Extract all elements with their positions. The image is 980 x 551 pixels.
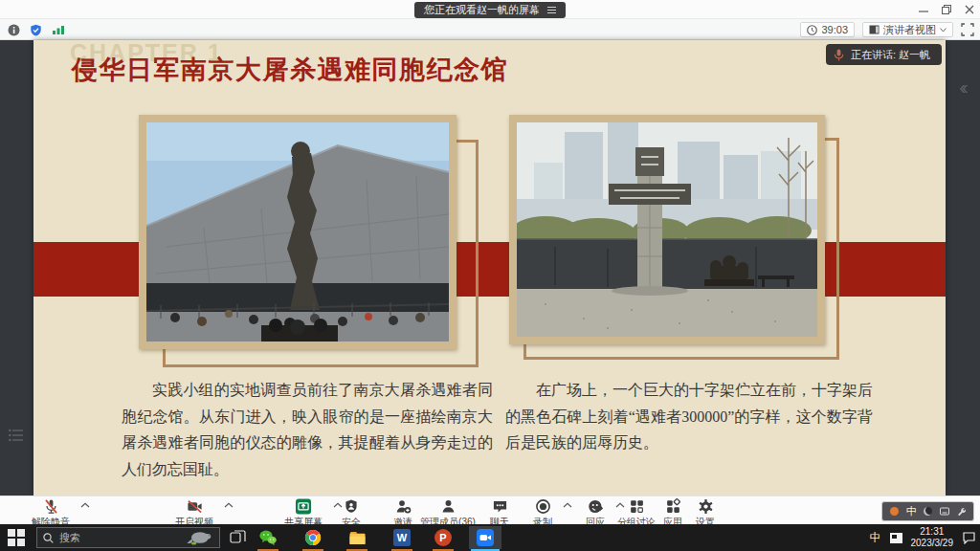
presentation-slide: CHAPTER 1 侵华日军南京大屠杀遇难同胞纪念馆	[33, 40, 946, 496]
taskbar-app-word[interactable]: W	[386, 526, 418, 549]
chevron-down-icon	[940, 28, 947, 33]
settings-gear-icon	[698, 498, 714, 515]
slide-paragraph-left: 实践小组的实地调查员前往了南京大屠杀遇难者同胞纪念馆。从东门进入，映入眼帘的是一…	[122, 377, 493, 482]
camera-off-icon	[187, 498, 203, 515]
meeting-timer[interactable]: 39:03	[800, 22, 855, 37]
meeting-window: 您正在观看赵一帆的屏幕 39:03 演讲者视图	[0, 0, 980, 551]
ime-language-indicator[interactable]: 中	[906, 504, 917, 518]
network-signal-icon[interactable]	[52, 24, 65, 35]
slide-list-icon[interactable]	[9, 429, 24, 442]
meeting-statusbar: 39:03 演讲者视图	[0, 19, 980, 40]
tray-date: 2023/3/29	[911, 538, 954, 550]
memorial-hall-photo	[139, 115, 457, 349]
taskbar-search-box[interactable]: 搜索	[36, 527, 220, 548]
tray-flag-icon[interactable]	[890, 533, 902, 543]
speaking-text: 正在讲话: 赵一帆	[851, 48, 930, 62]
taskbar-app-powerpoint[interactable]: P	[427, 526, 459, 549]
meeting-toolbar: 解除静音 开启视频 共享屏幕 安全 邀请 管理成员(36) 聊天	[0, 496, 980, 524]
members-icon	[440, 498, 457, 515]
record-icon	[535, 498, 551, 515]
breakout-icon	[629, 498, 645, 515]
maximize-icon[interactable]	[942, 5, 951, 14]
record-options-caret[interactable]	[563, 502, 572, 508]
video-panel-collapse[interactable]: ‹‹	[947, 77, 976, 103]
minimize-icon[interactable]	[919, 5, 928, 14]
notification-center-icon[interactable]	[962, 531, 976, 544]
powerpoint-icon: P	[434, 529, 452, 546]
slide-paragraph-right: 在广场上，一个巨大的十字架伫立在前，十字架后的黑色石碑上刻着“遇难者300000…	[505, 377, 873, 456]
ime-keyboard-icon[interactable]	[940, 507, 949, 516]
chat-icon	[492, 498, 508, 515]
search-placeholder: 搜索	[59, 531, 179, 545]
taskbar-app-explorer[interactable]	[341, 526, 373, 549]
speaking-indicator: 正在讲话: 赵一帆	[826, 44, 942, 65]
task-view-icon[interactable]	[230, 529, 246, 545]
banner-menu-icon[interactable]	[547, 7, 556, 13]
tray-clock[interactable]: 21:31 2023/3/29	[911, 526, 954, 550]
ime-toolbar[interactable]: 中	[881, 501, 974, 521]
taskbar-app-chrome[interactable]	[297, 526, 329, 549]
wechat-icon	[258, 529, 278, 546]
security-shield-icon[interactable]	[30, 24, 42, 36]
taskbar-app-meeting[interactable]	[469, 526, 501, 549]
clock-icon	[807, 25, 817, 35]
ime-logo-icon[interactable]	[890, 507, 899, 516]
ime-wrench-icon[interactable]	[957, 507, 966, 516]
shared-screen-area: CHAPTER 1 侵华日军南京大屠杀遇难同胞纪念馆	[0, 40, 980, 496]
share-screen-icon	[295, 498, 312, 515]
invite-icon	[395, 498, 412, 515]
slide-title: 侵华日军南京大屠杀遇难同胞纪念馆	[72, 53, 508, 87]
start-button[interactable]	[8, 529, 25, 546]
info-icon[interactable]	[8, 24, 20, 36]
microphone-icon	[834, 49, 844, 61]
view-mode-selector[interactable]: 演讲者视图	[862, 22, 953, 37]
taskbar-app-wechat[interactable]	[252, 526, 284, 549]
file-explorer-icon	[348, 530, 367, 546]
timer-text: 39:03	[821, 24, 848, 35]
close-icon[interactable]	[965, 5, 974, 14]
layout-grid-icon	[869, 25, 880, 34]
tray-time: 21:31	[911, 526, 954, 539]
apps-icon	[665, 498, 681, 515]
watching-banner[interactable]: 您正在观看赵一帆的屏幕	[414, 2, 566, 18]
unmute-options-caret[interactable]	[80, 502, 90, 508]
search-highlight-manatee-icon	[185, 529, 213, 546]
view-mode-text: 演讲者视图	[883, 23, 936, 37]
search-icon	[43, 533, 54, 543]
chrome-icon	[304, 529, 322, 546]
svg-text:P: P	[439, 532, 446, 543]
windows-taskbar: 搜索 W P 中	[0, 524, 980, 551]
ime-darkmode-icon[interactable]	[924, 507, 932, 516]
tray-input-language[interactable]: 中	[870, 530, 881, 546]
video-options-caret[interactable]	[224, 502, 234, 508]
word-icon: W	[393, 529, 411, 546]
mic-muted-icon	[43, 498, 59, 515]
shield-icon	[344, 498, 359, 515]
memorial-square-photo	[509, 115, 825, 344]
svg-text:W: W	[397, 532, 408, 543]
window-titlebar: 您正在观看赵一帆的屏幕	[0, 0, 980, 19]
watching-banner-text: 您正在观看赵一帆的屏幕	[424, 3, 540, 17]
fullscreen-icon[interactable]	[961, 23, 974, 36]
meeting-app-icon	[477, 529, 494, 546]
reaction-icon	[588, 498, 604, 515]
